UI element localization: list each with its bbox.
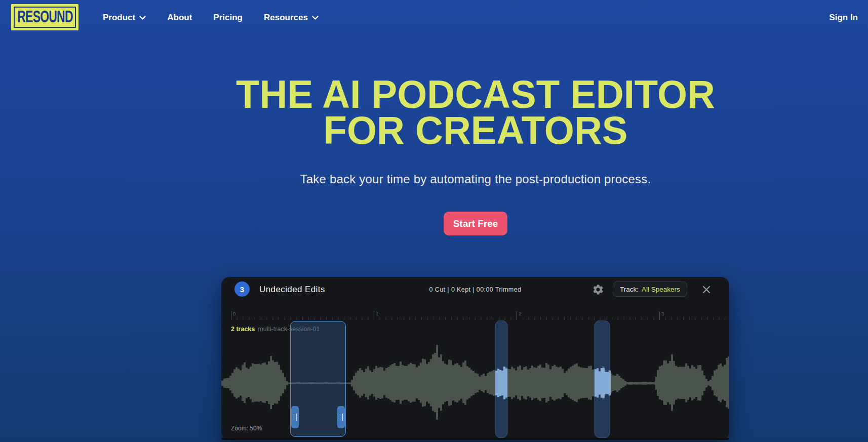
top-nav: RESOUND Product About Pricing Resources … [0,0,868,35]
zoom-level-label: Zoom: 50% [231,425,262,432]
timeline-ruler: 0123 [221,309,729,320]
nav-item-pricing-label: Pricing [213,13,243,23]
svg-text:3: 3 [661,311,664,316]
resound-logo[interactable]: RESOUND [11,4,78,30]
svg-text:0: 0 [233,311,235,316]
chevron-down-icon [312,16,319,20]
nav-item-product-label: Product [103,13,135,23]
panel-bottom-edge [221,438,729,440]
hero-subtitle: Take back your time by automating the po… [83,172,868,186]
close-icon [701,285,712,295]
resound-logo-text: RESOUND [17,8,73,27]
svg-text:2: 2 [519,311,521,316]
editor-header: 3 Undecided Edits 0 Cut | 0 Kept | 00:00… [221,277,729,302]
chevron-down-icon [139,16,146,20]
nav-item-about[interactable]: About [167,13,192,23]
close-button[interactable] [701,285,712,295]
nav-item-pricing[interactable]: Pricing [213,13,243,23]
sign-in-link[interactable]: Sign In [829,0,858,35]
editor-panel: 3 Undecided Edits 0 Cut | 0 Kept | 00:00… [221,277,729,440]
resound-logo-frame: RESOUND [14,7,76,28]
nav-menu: Product About Pricing Resources [103,0,319,35]
nav-item-resources[interactable]: Resources [264,13,319,23]
hero-headline: THE AI PODCAST EDITORFOR CREATORS [83,76,868,149]
nav-item-product[interactable]: Product [103,13,146,23]
start-free-button[interactable]: Start Free [444,212,507,235]
selection-left-handle[interactable] [291,406,299,428]
nav-item-about-label: About [167,13,192,23]
svg-text:1: 1 [376,311,378,316]
gear-icon [592,284,604,296]
nav-item-resources-label: Resources [264,13,308,23]
track-selector[interactable]: Track: All Speakers [613,282,687,297]
track-selector-label: Track: [620,286,639,293]
hero-headline-line2: FOR CREATORS [324,108,628,152]
tracks-count-label: 2 tracks [231,326,255,333]
settings-button[interactable] [592,284,604,296]
waveform-area[interactable]: 2 tracksmulti-track-session-01 Zoom: 50% [221,320,729,438]
track-selector-value: All Speakers [642,286,680,293]
undecided-edit-selection[interactable] [290,321,346,437]
selection-right-handle[interactable] [337,406,345,428]
